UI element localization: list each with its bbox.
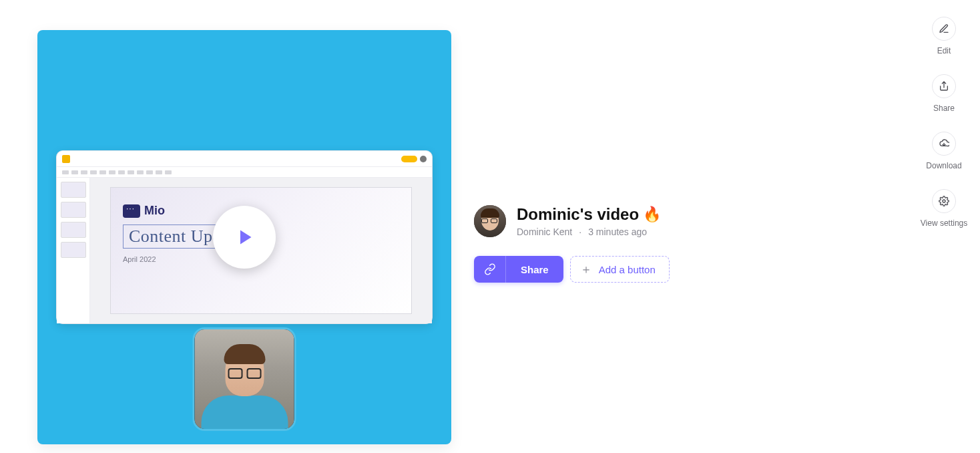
edit-label: Edit — [937, 46, 951, 55]
download-label: Download — [926, 161, 961, 170]
plus-icon: ＋ — [580, 261, 592, 277]
play-button[interactable] — [213, 206, 276, 269]
share-label: Share — [933, 104, 955, 113]
share-pill-icon — [401, 156, 417, 162]
fire-emoji-icon: 🔥 — [643, 206, 661, 223]
account-avatar-icon — [420, 156, 427, 162]
share-button[interactable]: Share — [506, 256, 563, 283]
window-titlebar — [57, 151, 432, 167]
share-action[interactable]: Share — [916, 74, 972, 113]
gear-icon — [932, 189, 956, 213]
slide-thumbnails — [57, 178, 90, 323]
cloud-download-icon — [932, 132, 956, 156]
svg-point-1 — [943, 200, 945, 202]
doc-icon — [62, 155, 70, 163]
author-name[interactable]: Dominic Kent — [517, 226, 572, 237]
pencil-icon — [932, 17, 956, 41]
window-toolbar — [57, 167, 432, 178]
add-button[interactable]: ＋ Add a button — [570, 256, 670, 283]
link-icon — [484, 263, 496, 275]
view-settings-label: View settings — [921, 218, 967, 228]
action-rail: Edit Share Download View settings — [916, 17, 972, 228]
video-info: Dominic's video 🔥 Dominic Kent · 3 minut… — [474, 205, 848, 283]
copy-link-button[interactable] — [474, 256, 506, 283]
timestamp: 3 minutes ago — [588, 226, 647, 237]
brand-word: Mio — [144, 204, 165, 218]
add-button-label: Add a button — [599, 264, 656, 275]
share-button-group: Share — [474, 256, 563, 283]
page-stage: Mio Content Update April 2022 — [37, 30, 848, 444]
view-settings-action[interactable]: View settings — [916, 189, 972, 228]
video-title: Dominic's video — [517, 205, 639, 224]
edit-action[interactable]: Edit — [916, 17, 972, 55]
video-preview[interactable]: Mio Content Update April 2022 — [37, 30, 451, 444]
share-up-icon — [932, 74, 956, 98]
author-avatar[interactable] — [474, 205, 506, 237]
play-icon — [232, 225, 256, 249]
separator-dot: · — [579, 226, 581, 237]
brand-mark-icon — [123, 204, 140, 218]
webcam-bubble — [193, 327, 296, 431]
download-action[interactable]: Download — [916, 132, 972, 170]
